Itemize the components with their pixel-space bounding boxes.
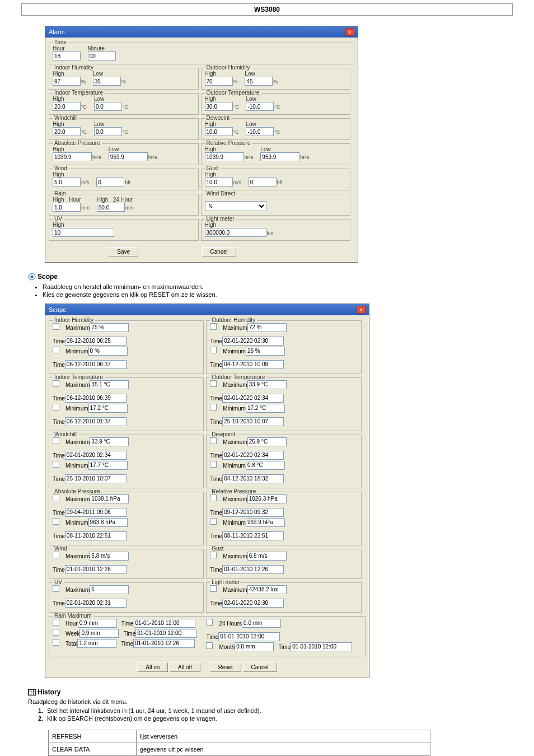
input-outtemp-high[interactable]	[205, 102, 233, 111]
val[interactable]	[65, 417, 127, 426]
checkbox[interactable]	[210, 461, 217, 468]
val[interactable]	[247, 552, 287, 561]
input-relp-low[interactable]	[260, 152, 299, 161]
checkbox[interactable]	[53, 404, 59, 410]
input-time-hour[interactable]	[53, 52, 81, 60]
val[interactable]	[235, 642, 274, 651]
input-wc-high[interactable]	[53, 127, 81, 136]
val[interactable]	[247, 380, 287, 389]
checkbox[interactable]	[53, 619, 59, 626]
alloff-button[interactable]: All off	[170, 662, 200, 672]
input-gust-bft[interactable]	[249, 178, 277, 186]
checkbox[interactable]	[210, 494, 217, 501]
val[interactable]	[135, 629, 197, 638]
val[interactable]	[90, 323, 129, 332]
input-outhum-low[interactable]	[245, 77, 273, 86]
checkbox[interactable]	[53, 461, 59, 468]
val[interactable]	[222, 337, 284, 346]
val[interactable]	[65, 531, 127, 540]
checkbox[interactable]	[206, 642, 213, 649]
input-wind-high[interactable]	[53, 178, 81, 186]
val[interactable]	[65, 360, 127, 369]
val[interactable]	[90, 552, 129, 561]
input-inhum-high[interactable]	[53, 77, 81, 86]
input-time-minute[interactable]	[88, 52, 116, 60]
checkbox[interactable]	[53, 380, 59, 387]
input-rain-24h[interactable]	[97, 203, 125, 212]
checkbox[interactable]	[53, 437, 59, 444]
val[interactable]	[222, 508, 284, 517]
input-wc-low[interactable]	[94, 127, 122, 136]
val[interactable]	[77, 639, 116, 648]
close-icon[interactable]: ×	[357, 306, 366, 314]
val[interactable]	[222, 360, 284, 369]
val[interactable]	[88, 404, 128, 413]
val[interactable]	[247, 585, 287, 594]
close-icon[interactable]: ×	[345, 28, 354, 36]
val[interactable]	[222, 394, 284, 403]
checkbox[interactable]	[210, 552, 217, 558]
input-inhum-low[interactable]	[93, 77, 121, 86]
val[interactable]	[88, 461, 128, 470]
val[interactable]	[247, 437, 287, 446]
val[interactable]	[90, 494, 129, 503]
val[interactable]	[65, 474, 127, 483]
val[interactable]	[78, 619, 117, 628]
checkbox[interactable]	[53, 494, 59, 501]
checkbox[interactable]	[210, 347, 217, 353]
val[interactable]	[246, 404, 285, 413]
input-wind-bft[interactable]	[96, 178, 124, 186]
val[interactable]	[247, 494, 287, 503]
checkbox[interactable]	[210, 323, 217, 330]
val[interactable]	[65, 337, 127, 346]
val[interactable]	[246, 518, 285, 527]
save-button[interactable]: Save	[109, 247, 138, 256]
reset-button[interactable]: Reset	[210, 662, 241, 672]
input-rain-hour[interactable]	[53, 203, 81, 212]
input-absp-low[interactable]	[109, 152, 148, 161]
val[interactable]	[65, 599, 127, 608]
checkbox[interactable]	[53, 347, 59, 353]
val[interactable]	[222, 531, 284, 540]
checkbox[interactable]	[53, 629, 59, 636]
val[interactable]	[134, 619, 195, 628]
input-outhum-high[interactable]	[205, 77, 233, 86]
val[interactable]	[79, 629, 119, 638]
val[interactable]	[88, 518, 128, 527]
checkbox[interactable]	[53, 639, 59, 646]
checkbox[interactable]	[210, 518, 217, 525]
val[interactable]	[90, 437, 129, 446]
checkbox[interactable]	[53, 552, 59, 558]
val[interactable]	[65, 394, 127, 403]
val[interactable]	[242, 619, 281, 628]
val[interactable]	[88, 347, 128, 356]
input-absp-high[interactable]	[53, 152, 92, 161]
input-outtemp-low[interactable]	[246, 102, 274, 111]
cancel-button[interactable]: Cancel	[202, 247, 236, 256]
val[interactable]	[246, 461, 285, 470]
val[interactable]	[222, 599, 284, 608]
checkbox[interactable]	[210, 437, 217, 444]
val[interactable]	[222, 565, 284, 574]
input-dp-high[interactable]	[205, 127, 233, 136]
input-gust-high[interactable]	[205, 178, 233, 186]
input-intemp-high[interactable]	[53, 102, 81, 111]
val[interactable]	[247, 323, 287, 332]
val[interactable]	[246, 347, 285, 356]
checkbox[interactable]	[210, 404, 217, 410]
checkbox[interactable]	[53, 323, 59, 330]
val[interactable]	[222, 451, 284, 460]
val[interactable]	[90, 380, 129, 389]
val[interactable]	[218, 632, 280, 641]
checkbox[interactable]	[206, 619, 213, 626]
input-uv-high[interactable]	[53, 228, 114, 237]
val[interactable]	[90, 585, 129, 594]
val[interactable]	[222, 474, 284, 483]
val[interactable]	[65, 451, 127, 460]
allon-button[interactable]: All on	[137, 662, 168, 672]
checkbox[interactable]	[210, 380, 217, 387]
select-wind-direct[interactable]: N	[205, 201, 266, 211]
input-dp-low[interactable]	[246, 127, 274, 136]
input-relp-high[interactable]	[205, 152, 244, 161]
input-light-high[interactable]	[205, 228, 266, 237]
